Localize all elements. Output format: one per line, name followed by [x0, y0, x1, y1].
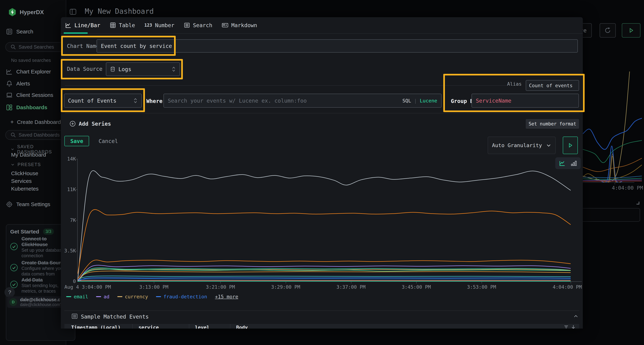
save-label: Save: [70, 138, 83, 144]
granularity-select[interactable]: Auto Granularity: [488, 137, 556, 154]
data-source-select[interactable]: Logs: [106, 62, 180, 76]
user-email: dale@clickhouse.c: [20, 297, 63, 302]
sidebar-item-alerts[interactable]: Alerts: [6, 80, 30, 87]
circle-plus-icon: [70, 120, 76, 127]
column-header-service[interactable]: service: [138, 325, 159, 329]
run-query-button[interactable]: [622, 23, 640, 37]
sidebar-collapse-button[interactable]: [69, 8, 77, 16]
get-started-step-title[interactable]: Connect to ClickHouse: [22, 236, 60, 248]
chart-name-input[interactable]: [96, 39, 578, 52]
resize-handle-icon[interactable]: [635, 200, 639, 205]
cancel-button[interactable]: Cancel: [98, 138, 118, 144]
sidebar-item-clickhouse[interactable]: ClickHouse: [11, 170, 38, 176]
markdown-icon: [222, 22, 228, 28]
column-header-timestamp[interactable]: Timestamp (Local): [71, 325, 120, 329]
help-button[interactable]: ?: [4, 287, 15, 298]
select-chevrons-icon: [133, 98, 138, 104]
sidebar: HyperDX Search Saved Searches No saved s…: [0, 0, 66, 345]
hyperdx-logo[interactable]: HyperDX: [8, 7, 44, 17]
chevron-down-icon: [546, 143, 551, 148]
gear-icon: [6, 201, 13, 208]
number-123-icon: 123: [144, 23, 152, 28]
section-header-label: PRESETS: [18, 162, 41, 167]
data-source-value: Logs: [118, 66, 131, 72]
legend-item-email[interactable]: email: [66, 294, 88, 300]
active-tab-indicator: [64, 32, 88, 34]
sidebar-item-search-label: Search: [16, 28, 33, 35]
legend-more-label: +15 more: [215, 294, 238, 300]
y-tick: [75, 251, 77, 251]
presets-section-header[interactable]: PRESETS: [10, 162, 41, 167]
aggregation-select[interactable]: Count of Events: [64, 94, 142, 108]
sidebar-item-services[interactable]: Services: [11, 178, 32, 184]
data-source-label: Data Source: [67, 66, 102, 72]
y-tick: [75, 159, 77, 159]
sample-events-table-header: Timestamp (Local) service level Body: [64, 324, 579, 329]
legend-item-fraud-detection[interactable]: fraud-detection: [156, 294, 207, 300]
collapse-section-chevron-icon[interactable]: [573, 313, 579, 319]
get-started-title: Get Started: [10, 229, 39, 235]
save-button[interactable]: Save: [64, 136, 89, 146]
column-separator[interactable]: [132, 324, 133, 329]
tab-markdown[interactable]: Markdown: [222, 22, 257, 28]
legend-item-currency[interactable]: currency: [117, 294, 148, 300]
legend-dash: [66, 296, 71, 297]
main-chart[interactable]: [78, 159, 571, 282]
alias-input[interactable]: [526, 80, 579, 91]
legend-dash: [96, 296, 101, 297]
where-search-input[interactable]: [164, 94, 442, 108]
sidebar-item-chart-explorer[interactable]: Chart Explorer: [6, 68, 51, 75]
saved-searches-placeholder: Saved Searches: [18, 44, 54, 50]
sidebar-item-label: Alerts: [16, 81, 30, 87]
brand-name: HyperDX: [20, 9, 44, 15]
magnifier-icon: [10, 44, 16, 50]
refresh-button[interactable]: [600, 23, 616, 37]
x-tick-label: 3:29:00 PM: [266, 284, 305, 290]
plus-icon: +: [10, 119, 14, 125]
tab-label: Number: [155, 22, 174, 28]
sql-toggle[interactable]: SQL: [402, 98, 411, 103]
group-by-input[interactable]: [472, 94, 579, 108]
sidebar-item-label: Create Dashboard: [17, 119, 61, 125]
avatar: D: [9, 298, 17, 306]
sort-down-icon[interactable]: [571, 324, 576, 329]
tab-line-bar[interactable]: Line/Bar: [65, 22, 100, 28]
tab-table[interactable]: Table: [110, 22, 135, 28]
modal-run-button[interactable]: [563, 137, 578, 154]
x-tick-label: 3:45:00 PM: [396, 284, 436, 290]
sidebar-item-dashboards[interactable]: Dashboards: [6, 104, 47, 111]
column-header-level[interactable]: level: [195, 325, 210, 329]
tab-search[interactable]: Search: [184, 22, 212, 28]
legend-item-ad[interactable]: ad: [96, 294, 110, 300]
tab-number[interactable]: 123 Number: [144, 22, 174, 28]
sample-events-icon: [71, 313, 78, 320]
tab-label: Markdown: [231, 22, 257, 28]
filter-icon[interactable]: [564, 324, 569, 329]
column-header-body[interactable]: Body: [236, 325, 248, 329]
sidebar-item-label: Dashboards: [16, 104, 47, 110]
tab-label: Search: [193, 22, 212, 28]
check-circle-icon: [10, 242, 18, 251]
table-icon: [110, 22, 116, 28]
chart-line-icon: [6, 68, 13, 75]
lucene-toggle[interactable]: Lucene: [420, 98, 437, 103]
y-tick-label: 7K: [62, 217, 76, 223]
legend-more-link[interactable]: +15 more: [215, 294, 238, 300]
y-tick-label: 3.5K: [62, 248, 76, 254]
sidebar-item-search[interactable]: Search: [6, 28, 33, 35]
get-started-header: Get Started 3/3: [10, 228, 54, 235]
laptop-icon: [6, 92, 13, 98]
sidebar-item-client-sessions[interactable]: Client Sessions: [6, 92, 53, 98]
chevron-down-icon: [10, 147, 15, 152]
sidebar-item-kubernetes[interactable]: Kubernetes: [11, 186, 38, 192]
x-tick: [220, 282, 221, 284]
column-separator[interactable]: [230, 324, 230, 329]
sidebar-item-create-dashboard[interactable]: + Create Dashboard: [10, 119, 61, 125]
set-number-format-button[interactable]: Set number format: [526, 119, 579, 129]
sidebar-item-my-dashboard[interactable]: My Dashboard: [11, 152, 46, 158]
sidebar-item-team-settings[interactable]: Team Settings: [6, 201, 50, 208]
add-series-button[interactable]: Add Series: [70, 120, 111, 127]
column-separator[interactable]: [189, 324, 189, 329]
bar-style-icon[interactable]: [570, 160, 577, 167]
empty-dashboard-panel: [573, 208, 640, 222]
